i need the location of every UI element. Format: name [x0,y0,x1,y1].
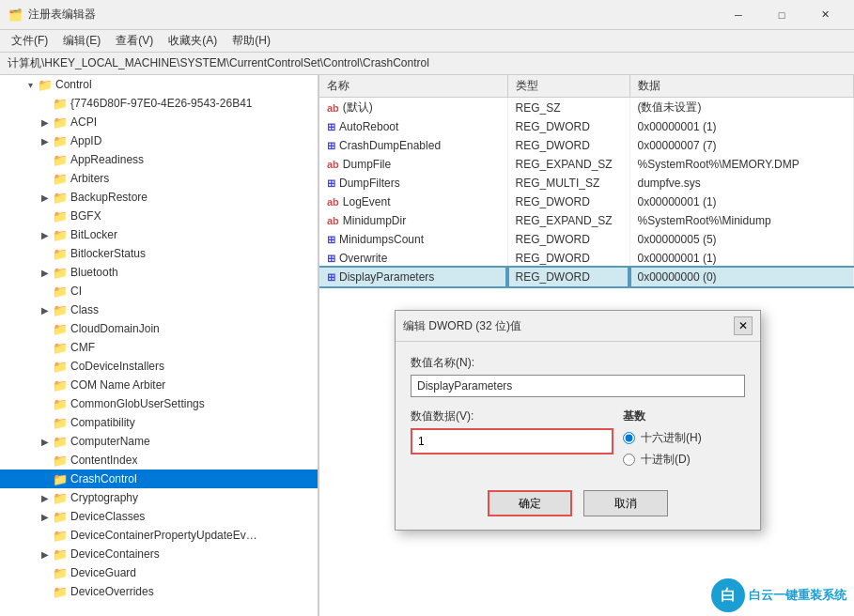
dialog-title-text: 编辑 DWORD (32 位)值 [403,318,521,334]
radio-decimal-label: 十进制(D) [641,452,691,468]
dialog-row: 数值数据(V): 基数 十六进制(H) 十进制(D) [411,408,745,468]
dialog-body: 数值名称(N): 数值数据(V): 基数 十六进制(H) [396,342,760,481]
dialog-cancel-button[interactable]: 取消 [583,490,668,516]
dialog-value-input[interactable] [411,428,613,454]
dialog-value-section: 数值数据(V): [411,408,613,454]
edit-dword-dialog: 编辑 DWORD (32 位)值 ✕ 数值名称(N): 数值数据(V): 基数 … [395,310,761,531]
dialog-overlay: 编辑 DWORD (32 位)值 ✕ 数值名称(N): 数值数据(V): 基数 … [0,0,854,616]
radio-hex-label: 十六进制(H) [641,430,702,446]
radio-group: 十六进制(H) 十进制(D) [623,430,745,468]
dialog-buttons: 确定 取消 [396,481,760,530]
dialog-ok-button[interactable]: 确定 [488,490,572,516]
radio-hex-input[interactable] [623,432,635,444]
radio-decimal-input[interactable] [623,454,635,466]
dialog-value-label: 数值数据(V): [411,408,613,424]
base-label: 基数 [623,408,745,424]
radio-decimal[interactable]: 十进制(D) [623,452,745,468]
dialog-close-button[interactable]: ✕ [734,316,753,335]
dialog-base-section: 基数 十六进制(H) 十进制(D) [623,408,745,468]
dialog-title-bar: 编辑 DWORD (32 位)值 ✕ [396,311,760,342]
radio-hex[interactable]: 十六进制(H) [623,430,745,446]
dialog-name-input[interactable] [411,375,745,397]
dialog-name-label: 数值名称(N): [411,355,745,371]
